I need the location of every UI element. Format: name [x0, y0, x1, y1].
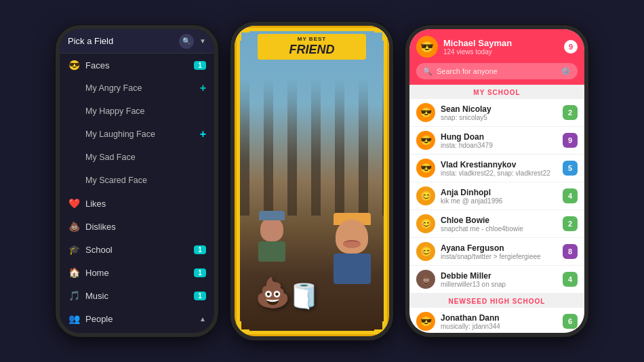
menu-item-faces[interactable]: 😎 Faces 1: [60, 54, 214, 77]
person-name-sean: Sean Nicolay: [441, 104, 557, 114]
person-score-debbie: 4: [563, 272, 578, 287]
person-name-anja: Anja Dinhopl: [441, 188, 557, 197]
person-handle-hung: insta: hdoan3479: [441, 142, 557, 149]
person-score-anja: 4: [563, 188, 578, 203]
person-name-vlad: Vlad Krestiannykov: [441, 160, 557, 169]
menu-item-laughing-face[interactable]: My Laughing Face +: [60, 123, 214, 146]
menu-item-angry-face[interactable]: My Angry Face +: [60, 77, 214, 100]
people-icon: 👥: [68, 313, 80, 324]
scared-face-label: My Scared Face: [85, 176, 206, 185]
current-user-name: Michael Sayman: [443, 38, 559, 48]
menu-search-icon[interactable]: 🔍: [179, 34, 194, 49]
people-header-top: 😎 Michael Sayman 124 views today 9: [416, 36, 578, 58]
person-avatar-anja: 😊: [416, 186, 435, 205]
menu-item-happy-face[interactable]: My Happy Face: [60, 100, 214, 123]
person-avatar-hung: 😎: [416, 131, 435, 150]
person-item-vlad[interactable]: 😎 Vlad Krestiannykov insta: vladkrest22,…: [409, 155, 584, 182]
person-info-vlad: Vlad Krestiannykov insta: vladkrest22, s…: [441, 160, 557, 177]
angry-face-add-icon[interactable]: +: [200, 82, 206, 94]
person-avatar-jonathan: 😎: [416, 312, 435, 331]
person-name-chloe: Chloe Bowie: [441, 216, 557, 225]
person-handle-ayana: insta/snap/twitter > fergiefergieee: [441, 253, 557, 260]
body: [334, 254, 371, 284]
toilet-paper-sticker: 🧻: [289, 282, 319, 310]
my-school-label: MY SCHOOL: [409, 85, 584, 99]
person-avatar-ayana: 😊: [416, 242, 435, 261]
faces-label: Faces: [85, 60, 194, 71]
menu-item-sad-face[interactable]: My Sad Face: [60, 146, 214, 169]
person-item-hung[interactable]: 😎 Hung Doan insta: hdoan3479 9: [409, 127, 584, 154]
menu-item-music[interactable]: 🎵 Music 1: [60, 284, 214, 307]
home-icon: 🏠: [68, 267, 80, 278]
person-score-jonathan: 6: [563, 314, 578, 329]
search-bar-placeholder: Search for anyone: [437, 67, 557, 75]
person-handle-jonathan: musically: jdann344: [441, 323, 557, 330]
menu-item-dislikes[interactable]: 💩 Dislikes: [60, 215, 214, 238]
person-item-chloe[interactable]: 😊 Chloe Bowie snapchat me - chloe4bowie …: [409, 210, 584, 237]
current-user-info: Michael Sayman 124 views today: [443, 38, 559, 56]
menu-header: Pick a Field 🔍 ▼: [60, 29, 214, 54]
faces-icon: 😎: [68, 60, 80, 71]
person-score-chloe: 2: [563, 216, 578, 231]
phone-people: 😎 Michael Sayman 124 views today 9 🔍 Sea…: [405, 25, 588, 337]
menu-item-people[interactable]: 👥 People ▲: [60, 307, 214, 330]
people-collapse-icon[interactable]: ▲: [199, 315, 206, 323]
person-avatar-vlad: 😎: [416, 159, 435, 178]
sad-face-label: My Sad Face: [85, 153, 206, 162]
menu-header-title: Pick a Field: [68, 36, 113, 46]
person-item-jonathan[interactable]: 😎 Jonathan Dann musically: jdann344 6: [409, 308, 584, 333]
home-label: Home: [85, 268, 194, 278]
person-handle-vlad: insta: vladkrest22, snap: vladkrest22: [441, 169, 557, 177]
person-score-sean: 2: [563, 105, 578, 120]
current-user-views: 124 views today: [443, 48, 559, 56]
phone-menu: Pick a Field 🔍 ▼ 😎 Faces 1 My Angry Face: [56, 25, 218, 337]
selfie-person: [325, 207, 379, 289]
likes-label: Likes: [85, 199, 206, 209]
person-info-sean: Sean Nicolay snap: snicolay5: [441, 104, 557, 121]
person-info-chloe: Chloe Bowie snapchat me - chloe4bowie: [441, 216, 557, 233]
music-label: Music: [85, 291, 194, 301]
chevron-down-icon[interactable]: ▼: [199, 37, 206, 45]
menu-item-scared-face[interactable]: My Scared Face: [60, 169, 214, 192]
school-label: School: [85, 245, 194, 255]
people-list: MY SCHOOL 😎 Sean Nicolay snap: snicolay5…: [409, 85, 584, 333]
person-name-hung: Hung Doan: [441, 132, 557, 142]
menu-item-school[interactable]: 🎓 School 1: [60, 238, 214, 261]
person-info-ayana: Ayana Ferguson insta/snap/twitter > ferg…: [441, 243, 557, 260]
person-score-ayana: 8: [563, 244, 578, 259]
person-item-sean[interactable]: 😎 Sean Nicolay snap: snicolay5 2: [409, 99, 584, 126]
menu-header-icons: 🔍 ▼: [179, 34, 206, 49]
person-handle-debbie: millerwiller13 on snap: [441, 281, 557, 288]
menu-item-best-friend[interactable]: My Best Friend +: [60, 330, 214, 333]
person-item-ayana[interactable]: 😊 Ayana Ferguson insta/snap/twitter > fe…: [409, 238, 584, 265]
photo-screen: MY BEST FRIEND 💩 🧻: [235, 26, 389, 336]
school-badge: 1: [194, 245, 206, 254]
person-avatar-sean: 😎: [416, 103, 435, 122]
newseed-label: NEWSEED HIGH SCHOOL: [409, 294, 584, 308]
crowd-silhouettes: [235, 80, 389, 216]
settings-icon[interactable]: ⚙️: [561, 66, 571, 76]
search-bar-icon: 🔍: [423, 67, 432, 76]
person-info-anja: Anja Dinhopl kik me @ anjad1996: [441, 188, 557, 205]
people-header: 😎 Michael Sayman 124 views today 9 🔍 Sea…: [409, 29, 584, 85]
laughing-face-label: My Laughing Face: [85, 129, 200, 139]
person-info-debbie: Debbie Miller millerwiller13 on snap: [441, 271, 557, 288]
menu-screen: Pick a Field 🔍 ▼ 😎 Faces 1 My Angry Face: [60, 29, 214, 333]
menu-item-likes[interactable]: ❤️ Likes: [60, 192, 214, 215]
likes-icon: ❤️: [68, 198, 80, 209]
person-item-anja[interactable]: 😊 Anja Dinhopl kik me @ anjad1996 4: [409, 182, 584, 209]
music-icon: 🎵: [68, 290, 80, 301]
menu-item-home[interactable]: 🏠 Home 1: [60, 261, 214, 284]
laughing-face-add-icon[interactable]: +: [200, 128, 206, 140]
second-body: [258, 241, 285, 262]
poop-sticker: 💩: [255, 276, 290, 309]
search-bar[interactable]: 🔍 Search for anyone ⚙️: [416, 63, 578, 79]
notification-badge[interactable]: 9: [564, 40, 578, 54]
person-name-jonathan: Jonathan Dann: [441, 313, 557, 323]
dislikes-label: Dislikes: [85, 222, 206, 232]
person-name-debbie: Debbie Miller: [441, 271, 557, 281]
person-score-vlad: 5: [563, 161, 578, 176]
second-hat: [259, 211, 285, 220]
angry-face-label: My Angry Face: [85, 83, 200, 93]
person-item-debbie[interactable]: 💩 Debbie Miller millerwiller13 on snap 4: [409, 266, 584, 293]
